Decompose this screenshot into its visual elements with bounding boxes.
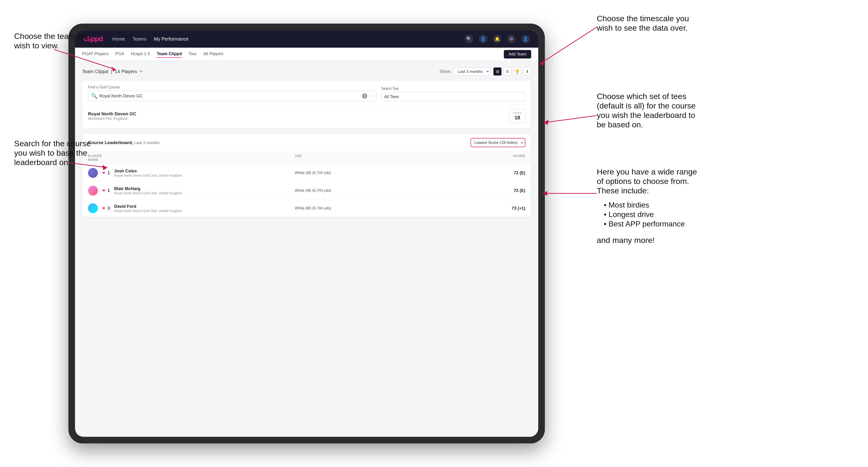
player-info-2: ❤ 1 Blair McHarg Royal North Devon Golf … bbox=[102, 186, 295, 195]
player-club-1: Royal North Devon Golf Club, United King… bbox=[114, 174, 182, 177]
download-icon[interactable]: ⬇ bbox=[523, 67, 531, 75]
notification-icon[interactable]: 🔔 bbox=[493, 35, 501, 43]
player-details-2: Blair McHarg Royal North Devon Golf Club… bbox=[114, 186, 182, 195]
player-club-3: Royal North Devon Golf Club, United King… bbox=[114, 209, 182, 213]
top-nav: clippd Home Teams My Performance 🔍 👤 🔔 ⚙… bbox=[75, 30, 538, 48]
player-heart-2: ❤ bbox=[102, 188, 105, 193]
edit-icon[interactable]: ✏ bbox=[140, 69, 143, 74]
svg-text:be based on.: be based on. bbox=[597, 120, 643, 129]
svg-text:Choose which set of tees: Choose which set of tees bbox=[597, 92, 686, 101]
player-club-2: Royal North Devon Golf Club, United King… bbox=[114, 191, 182, 195]
tee-col: Select Tee All Tees White (M) Yellow (M)… bbox=[381, 87, 525, 101]
table-row: ❤ 3 David Ford Royal North Devon Golf Cl… bbox=[82, 199, 531, 217]
rank-number-3: 3 bbox=[107, 206, 110, 211]
player-rank-1 bbox=[88, 168, 102, 178]
subnav-tour[interactable]: Tour bbox=[188, 51, 197, 58]
find-course-label: Find a Golf Course bbox=[88, 85, 376, 89]
list-view-icon[interactable]: ☰ bbox=[503, 67, 512, 75]
team-header: Team Clippd | 14 Players ✏ Show: Last 3 … bbox=[82, 67, 531, 75]
player-details-1: Josh Coles Royal North Devon Golf Club, … bbox=[114, 168, 182, 177]
rank-number-1: 1 bbox=[107, 170, 110, 176]
subnav-all-players[interactable]: All Players bbox=[203, 51, 223, 58]
subnav-pgat[interactable]: PGAT Players bbox=[82, 51, 108, 58]
svg-text:and many more!: and many more! bbox=[597, 236, 655, 245]
svg-text:wish to see the data over.: wish to see the data over. bbox=[596, 23, 688, 32]
app-container: clippd Home Teams My Performance 🔍 👤 🔔 ⚙… bbox=[75, 30, 538, 437]
subnav-hcaps[interactable]: Hcaps 1-5 bbox=[131, 51, 150, 58]
rank-number-2: 1 bbox=[107, 188, 110, 193]
avatar-icon[interactable]: 👤 bbox=[521, 35, 530, 43]
ipad-frame: clippd Home Teams My Performance 🔍 👤 🔔 ⚙… bbox=[68, 24, 545, 443]
col-player-name: PLAYER NAME bbox=[88, 154, 102, 161]
course-search-input[interactable] bbox=[99, 94, 360, 99]
score-type-select[interactable]: Lowest Score (18 holes) Most Birdies Lon… bbox=[470, 138, 525, 147]
course-info: Royal North Devon GC Westward Hol, Engla… bbox=[88, 111, 509, 121]
tee-info-1: White (M) (6,744 yds) bbox=[295, 171, 488, 175]
leaderboard-title: Course Leaderboard, Last 3 months bbox=[88, 140, 470, 145]
player-name-3: David Ford bbox=[114, 204, 182, 209]
subnav-pga[interactable]: PGA bbox=[115, 51, 124, 58]
col-tee: TEE bbox=[295, 154, 488, 161]
search-icon-inner: 🔍 bbox=[91, 93, 97, 99]
user-icon[interactable]: 👤 bbox=[479, 35, 487, 43]
svg-text:• Most birdies: • Most birdies bbox=[604, 201, 649, 209]
col-score: SCORE bbox=[488, 154, 525, 161]
svg-text:• Best APP performance: • Best APP performance bbox=[604, 220, 685, 228]
tee-info-2: White (M) (6,744 yds) bbox=[295, 188, 488, 193]
nav-teams[interactable]: Teams bbox=[132, 36, 147, 42]
holes-number: 18 bbox=[514, 115, 521, 121]
show-period-select[interactable]: Last 3 months bbox=[454, 68, 490, 75]
ipad-screen: clippd Home Teams My Performance 🔍 👤 🔔 ⚙… bbox=[75, 30, 538, 437]
team-title: Team Clippd | 14 Players bbox=[82, 69, 137, 74]
player-info-1: ❤ 1 Josh Coles Royal North Devon Golf Cl… bbox=[102, 168, 295, 177]
search-section: Find a Golf Course 🔍 ✕ ☆ Select Tee bbox=[82, 80, 531, 129]
player-info-3: ❤ 3 David Ford Royal North Devon Golf Cl… bbox=[102, 204, 295, 213]
player-name-1: Josh Coles bbox=[114, 168, 182, 174]
tee-info-3: White (M) (6,744 yds) bbox=[295, 206, 488, 210]
svg-text:These include:: These include: bbox=[597, 186, 649, 195]
settings-icon[interactable]: ⚙ bbox=[507, 35, 516, 43]
score-2: 72 (E) bbox=[488, 188, 525, 193]
course-result: Royal North Devon GC Westward Hol, Engla… bbox=[88, 105, 525, 124]
course-name: Royal North Devon GC bbox=[88, 111, 509, 117]
col-player-name-2 bbox=[102, 154, 295, 161]
add-team-button[interactable]: Add Team bbox=[504, 50, 531, 59]
view-icons: ⊞ ☰ 🏆 ⬇ bbox=[493, 67, 531, 75]
search-icon[interactable]: 🔍 bbox=[465, 35, 473, 43]
search-input-wrap: 🔍 ✕ ☆ bbox=[88, 91, 376, 101]
svg-text:of options to choose from.: of options to choose from. bbox=[597, 177, 689, 186]
search-row: Find a Golf Course 🔍 ✕ ☆ Select Tee bbox=[88, 85, 525, 101]
trophy-icon[interactable]: 🏆 bbox=[513, 67, 521, 75]
holes-label: Holes bbox=[514, 111, 521, 115]
nav-icons: 🔍 👤 🔔 ⚙ 👤 bbox=[465, 35, 530, 43]
tee-select[interactable]: All Tees White (M) Yellow (M) Red (F) bbox=[381, 92, 525, 101]
tee-label: Select Tee bbox=[381, 87, 525, 91]
nav-my-performance[interactable]: My Performance bbox=[154, 36, 189, 42]
find-course-col: Find a Golf Course 🔍 ✕ ☆ bbox=[88, 85, 376, 101]
player-details-3: David Ford Royal North Devon Golf Club, … bbox=[114, 204, 182, 213]
svg-text:leaderboard on.: leaderboard on. bbox=[14, 158, 70, 167]
svg-text:Here you have a wide range: Here you have a wide range bbox=[597, 167, 697, 176]
search-star-icon[interactable]: ☆ bbox=[369, 93, 373, 99]
player-name-2: Blair McHarg bbox=[114, 186, 182, 191]
svg-line-11 bbox=[540, 27, 597, 64]
table-row: ❤ 1 Blair McHarg Royal North Devon Golf … bbox=[82, 182, 531, 199]
player-heart-3: ❤ bbox=[102, 206, 105, 211]
search-clear-button[interactable]: ✕ bbox=[362, 93, 367, 99]
svg-text:• Longest drive: • Longest drive bbox=[604, 210, 654, 219]
nav-home[interactable]: Home bbox=[112, 36, 125, 42]
table-row: ❤ 1 Josh Coles Royal North Devon Golf Cl… bbox=[82, 164, 531, 182]
avatar-1 bbox=[88, 168, 98, 178]
svg-text:wish to view.: wish to view. bbox=[14, 41, 59, 50]
leaderboard-columns: PLAYER NAME TEE SCORE bbox=[82, 152, 531, 164]
score-select-wrap: Lowest Score (18 holes) Most Birdies Lon… bbox=[470, 138, 525, 147]
svg-line-17 bbox=[544, 116, 597, 123]
player-rank-3 bbox=[88, 203, 102, 213]
course-location: Westward Hol, England bbox=[88, 117, 509, 121]
svg-text:Choose the timescale you: Choose the timescale you bbox=[597, 14, 689, 23]
subnav-team-clippd[interactable]: Team Clippd bbox=[157, 51, 182, 58]
leaderboard-section: Course Leaderboard, Last 3 months Lowest… bbox=[82, 133, 531, 217]
grid-view-icon[interactable]: ⊞ bbox=[493, 67, 501, 75]
player-heart-1: ❤ bbox=[102, 171, 105, 175]
avatar-2 bbox=[88, 186, 98, 195]
